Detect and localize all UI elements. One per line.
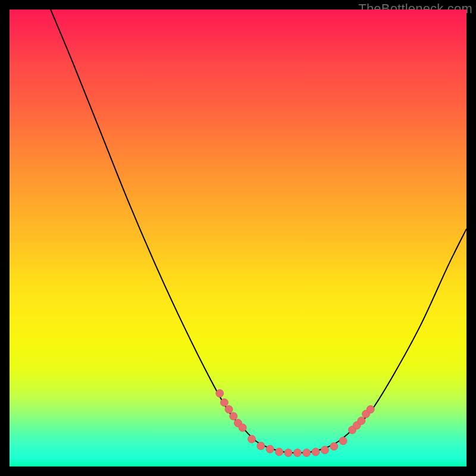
curve-point	[284, 449, 292, 456]
curve-layer	[10, 10, 466, 466]
curve-point	[303, 449, 311, 456]
bottleneck-curve	[51, 10, 466, 453]
curve-point	[321, 446, 328, 454]
chart-container: TheBottleneck.com	[0, 0, 476, 476]
plot-area	[10, 10, 466, 466]
curve-point	[275, 448, 283, 456]
curve-point	[257, 442, 265, 450]
curve-point	[330, 443, 338, 450]
curve-point	[230, 412, 237, 420]
curve-point	[248, 435, 256, 443]
curve-point	[293, 449, 301, 456]
curve-points	[216, 390, 374, 457]
curve-point	[312, 448, 320, 456]
curve-point	[358, 417, 365, 425]
curve-point	[266, 445, 274, 453]
curve-point	[216, 390, 224, 397]
curve-point	[367, 406, 374, 414]
curve-point	[339, 437, 347, 444]
curve-point	[239, 424, 246, 431]
curve-point	[220, 399, 228, 406]
curve-point	[225, 406, 233, 414]
